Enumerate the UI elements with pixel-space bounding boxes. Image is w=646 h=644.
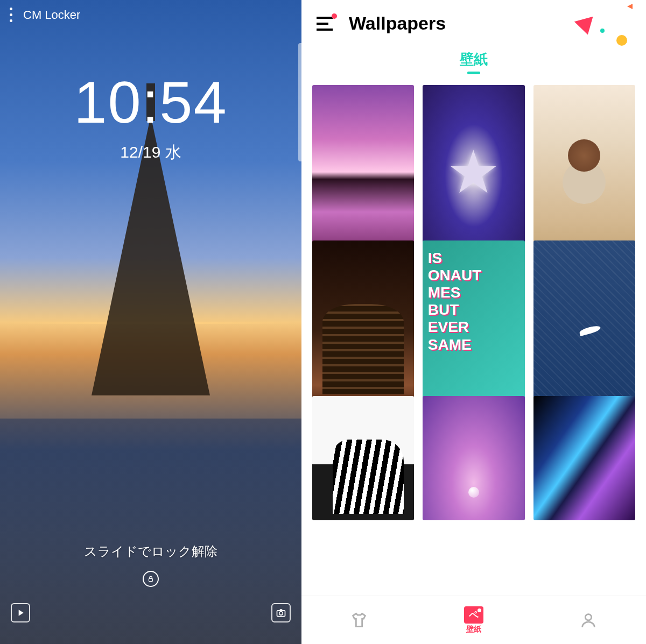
camera-shortcut-icon[interactable]	[271, 603, 291, 622]
svg-marker-1	[19, 611, 23, 615]
wallpapers-header: Wallpapers	[301, 0, 646, 39]
wallpaper-thumbnail[interactable]	[423, 396, 524, 520]
wallpaper-thumbnail[interactable]	[312, 85, 414, 266]
more-options-icon[interactable]	[10, 8, 12, 22]
wallpaper-icon: ペ	[464, 606, 483, 624]
bottom-navigation: ペ 壁紙	[301, 596, 646, 644]
page-title: Wallpapers	[349, 13, 446, 34]
header-decoration	[571, 3, 641, 46]
wallpaper-thumbnail[interactable]	[533, 240, 635, 422]
svg-point-4	[586, 614, 592, 620]
wallpaper-thumbnail[interactable]	[423, 85, 524, 266]
profile-icon	[579, 611, 598, 629]
wallpapers-app: Wallpapers 壁紙 ペ 壁紙	[301, 0, 646, 644]
wallpaper-thumbnail[interactable]	[533, 396, 635, 520]
wallpaper-thumbnail[interactable]	[423, 240, 524, 422]
clock-area: 10:54 12/19 水	[0, 73, 301, 164]
unlock-hint-text: スライドでロック解除	[0, 543, 301, 560]
tab-wallpaper[interactable]: 壁紙	[460, 50, 488, 69]
wallpaper-thumbnail[interactable]	[312, 240, 414, 422]
notification-badge-icon	[332, 13, 337, 19]
wallpaper-thumbnail[interactable]	[533, 85, 635, 266]
wallpaper-thumbnail[interactable]	[312, 396, 414, 520]
clock-date: 12/19 水	[0, 141, 301, 164]
app-name-label: CM Locker	[23, 8, 80, 22]
svg-rect-0	[149, 578, 153, 581]
lock-icon[interactable]	[143, 571, 159, 587]
tshirt-icon	[350, 611, 368, 629]
nav-profile[interactable]	[531, 596, 646, 644]
lock-screen: CM Locker 10:54 12/19 水 スライドでロック解除	[0, 0, 301, 644]
hamburger-menu-icon[interactable]	[317, 17, 333, 31]
nav-wallpaper-label: 壁紙	[466, 625, 481, 634]
clock-time: 10:54	[0, 73, 301, 132]
svg-point-3	[279, 612, 283, 615]
nav-wallpaper[interactable]: ペ 壁紙	[416, 596, 531, 644]
media-play-shortcut-icon[interactable]	[11, 603, 30, 622]
nav-themes[interactable]	[301, 596, 416, 644]
wallpaper-grid	[301, 74, 646, 520]
